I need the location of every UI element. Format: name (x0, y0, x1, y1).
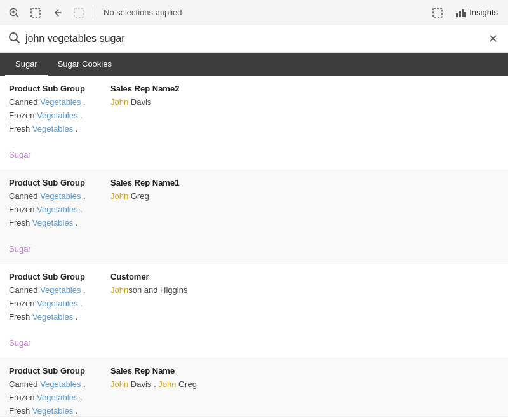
result-left-1: Product Sub GroupCanned Vegetables .Froz… (9, 178, 98, 256)
result-right-1: Sales Rep Name1John Greg (110, 178, 499, 256)
tab-sugar[interactable]: Sugar (5, 53, 48, 76)
veg-highlight: Vegetables (32, 312, 73, 322)
selection-box-icon[interactable] (27, 4, 44, 22)
forward-icon[interactable] (70, 4, 88, 22)
search-zoom-icon[interactable] (5, 4, 23, 22)
left-field-label: Product Sub Group (9, 84, 98, 93)
svg-rect-5 (74, 8, 83, 17)
veg-highlight: Vegetables (40, 285, 81, 295)
right-field-values: John Davis . John Greg (110, 378, 499, 391)
sugar-highlight: Sugar (9, 150, 31, 159)
right-field-label: Customer (110, 272, 499, 281)
result-right-2: CustomerJohnson and Higgins (110, 272, 499, 350)
sugar-highlight: Sugar (9, 244, 31, 254)
insights-label: Insights (469, 8, 498, 17)
left-field-values: Canned Vegetables .Frozen Vegetables .Fr… (9, 378, 98, 416)
left-field-values: Canned Vegetables .Frozen Vegetables .Fr… (9, 284, 98, 350)
svg-rect-10 (464, 12, 466, 17)
svg-rect-7 (456, 13, 458, 17)
tab-sugar-cookies[interactable]: Sugar Cookies (48, 53, 122, 76)
show-more-area: Show me more (0, 416, 508, 420)
right-field-label: Sales Rep Name1 (110, 178, 499, 187)
veg-highlight: Vegetables (40, 97, 81, 107)
veg-highlight: Vegetables (37, 205, 77, 214)
result-left-0: Product Sub GroupCanned Vegetables .Froz… (9, 84, 98, 162)
tabs-bar: Sugar Sugar Cookies (0, 53, 508, 76)
separator (93, 6, 93, 19)
john-highlight: John (158, 379, 176, 389)
result-row: Product Sub GroupCanned Vegetables .Froz… (0, 264, 508, 358)
svg-rect-8 (459, 11, 461, 17)
veg-highlight: Vegetables (40, 379, 81, 389)
right-field-values: John Greg (110, 190, 499, 203)
result-row: Product Sub GroupCanned Vegetables .Froz… (0, 76, 508, 170)
result-row: Product Sub GroupCanned Vegetables .Froz… (0, 170, 508, 264)
search-icon (8, 31, 20, 47)
svg-line-12 (17, 40, 19, 43)
svg-rect-4 (31, 8, 40, 17)
toolbar: No selections applied Insights (0, 0, 508, 25)
result-left-2: Product Sub GroupCanned Vegetables .Froz… (9, 272, 98, 350)
john-highlight: John (110, 285, 128, 295)
result-right-0: Sales Rep Name2John Davis (110, 84, 499, 162)
results-list: Product Sub GroupCanned Vegetables .Froz… (0, 76, 508, 416)
toolbar-right: Insights (429, 4, 503, 22)
selection-status: No selections applied (98, 8, 425, 17)
result-left-3: Product Sub GroupCanned Vegetables .Froz… (9, 366, 98, 416)
left-field-label: Product Sub Group (9, 178, 98, 187)
result-right-3: Sales Rep NameJohn Davis . John Greg (110, 366, 499, 416)
john-highlight: John (110, 97, 128, 107)
svg-rect-6 (433, 8, 442, 17)
search-input[interactable] (25, 33, 486, 44)
right-field-label: Sales Rep Name (110, 366, 499, 376)
clear-search-icon[interactable]: ✕ (486, 30, 500, 47)
john-highlight: John (110, 191, 128, 201)
right-field-label: Sales Rep Name2 (110, 84, 499, 93)
left-field-values: Canned Vegetables .Frozen Vegetables .Fr… (9, 96, 98, 162)
back-icon[interactable] (48, 4, 66, 22)
svg-line-1 (17, 15, 19, 17)
veg-highlight: Vegetables (37, 111, 77, 120)
veg-highlight: Vegetables (40, 191, 81, 201)
right-field-values: Johnson and Higgins (110, 284, 499, 297)
sugar-highlight: Sugar (9, 338, 31, 348)
search-bar: ✕ (0, 25, 508, 53)
john-highlight: John (110, 379, 128, 389)
veg-highlight: Vegetables (37, 299, 77, 308)
smartsearch-icon[interactable] (429, 4, 446, 22)
insights-button[interactable]: Insights (450, 5, 503, 20)
veg-highlight: Vegetables (37, 393, 77, 402)
left-field-label: Product Sub Group (9, 366, 98, 376)
right-field-values: John Davis (110, 96, 499, 109)
veg-highlight: Vegetables (32, 406, 73, 416)
svg-rect-9 (462, 9, 464, 17)
left-field-label: Product Sub Group (9, 272, 98, 281)
veg-highlight: Vegetables (32, 218, 73, 227)
left-field-values: Canned Vegetables .Frozen Vegetables .Fr… (9, 190, 98, 256)
veg-highlight: Vegetables (32, 124, 73, 133)
result-row: Product Sub GroupCanned Vegetables .Froz… (0, 358, 508, 416)
svg-point-11 (10, 33, 17, 41)
